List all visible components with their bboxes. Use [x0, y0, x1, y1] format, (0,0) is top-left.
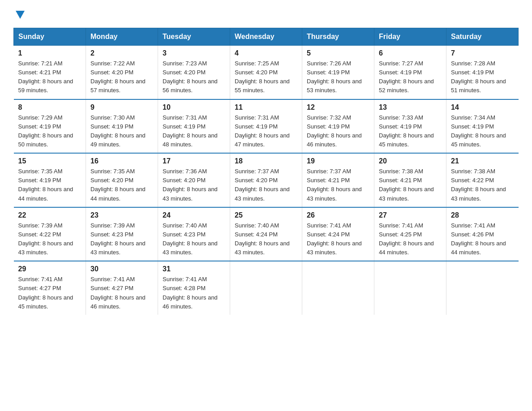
table-row: 28 Sunrise: 7:41 AMSunset: 4:26 PMDaylig… [446, 207, 519, 261]
day-info: Sunrise: 7:40 AMSunset: 4:23 PMDaylight:… [163, 222, 218, 256]
day-info: Sunrise: 7:27 AMSunset: 4:19 PMDaylight:… [379, 60, 434, 94]
day-info: Sunrise: 7:39 AMSunset: 4:23 PMDaylight:… [90, 222, 146, 256]
day-number: 30 [90, 265, 153, 273]
calendar-header: Sunday Monday Tuesday Wednesday Thursday… [14, 28, 519, 46]
day-number: 17 [163, 157, 225, 165]
table-row: 6 Sunrise: 7:27 AMSunset: 4:19 PMDayligh… [374, 46, 446, 99]
day-number: 3 [163, 49, 225, 57]
day-number: 16 [90, 157, 153, 165]
day-info: Sunrise: 7:41 AMSunset: 4:26 PMDaylight:… [451, 222, 506, 256]
table-row: 31 Sunrise: 7:41 AMSunset: 4:28 PMDaylig… [158, 261, 230, 315]
logo-blue-text [13, 11, 25, 20]
day-info: Sunrise: 7:41 AMSunset: 4:27 PMDaylight:… [90, 276, 146, 309]
day-info: Sunrise: 7:31 AMSunset: 4:19 PMDaylight:… [163, 114, 218, 148]
day-info: Sunrise: 7:33 AMSunset: 4:19 PMDaylight:… [379, 114, 434, 148]
table-row: 10 Sunrise: 7:31 AMSunset: 4:19 PMDaylig… [158, 99, 230, 154]
col-monday: Monday [86, 28, 158, 46]
header-row: Sunday Monday Tuesday Wednesday Thursday… [14, 28, 519, 46]
logo [13, 11, 25, 20]
day-info: Sunrise: 7:38 AMSunset: 4:21 PMDaylight:… [379, 168, 434, 201]
table-row: 12 Sunrise: 7:32 AMSunset: 4:19 PMDaylig… [302, 99, 374, 154]
day-info: Sunrise: 7:22 AMSunset: 4:20 PMDaylight:… [90, 60, 146, 94]
day-number: 19 [307, 157, 369, 165]
day-number: 26 [307, 211, 369, 219]
table-row: 8 Sunrise: 7:29 AMSunset: 4:19 PMDayligh… [14, 99, 86, 154]
day-number: 5 [307, 49, 369, 57]
day-number: 20 [379, 157, 442, 165]
table-row: 29 Sunrise: 7:41 AMSunset: 4:27 PMDaylig… [14, 261, 86, 315]
page-header [13, 11, 519, 20]
day-number: 8 [18, 103, 82, 111]
day-info: Sunrise: 7:34 AMSunset: 4:19 PMDaylight:… [451, 114, 506, 148]
day-number: 14 [451, 103, 514, 111]
calendar-week-row: 29 Sunrise: 7:41 AMSunset: 4:27 PMDaylig… [14, 261, 519, 315]
table-row [230, 261, 302, 315]
table-row: 2 Sunrise: 7:22 AMSunset: 4:20 PMDayligh… [86, 46, 158, 99]
table-row: 27 Sunrise: 7:41 AMSunset: 4:25 PMDaylig… [374, 207, 446, 261]
day-number: 23 [90, 211, 153, 219]
day-number: 2 [90, 49, 153, 57]
table-row: 18 Sunrise: 7:37 AMSunset: 4:20 PMDaylig… [230, 153, 302, 207]
calendar-week-row: 22 Sunrise: 7:39 AMSunset: 4:22 PMDaylig… [14, 207, 519, 261]
table-row: 19 Sunrise: 7:37 AMSunset: 4:21 PMDaylig… [302, 153, 374, 207]
day-number: 27 [379, 211, 442, 219]
day-info: Sunrise: 7:41 AMSunset: 4:25 PMDaylight:… [379, 222, 434, 256]
table-row: 26 Sunrise: 7:41 AMSunset: 4:24 PMDaylig… [302, 207, 374, 261]
table-row: 4 Sunrise: 7:25 AMSunset: 4:20 PMDayligh… [230, 46, 302, 99]
day-number: 4 [235, 49, 297, 57]
day-info: Sunrise: 7:32 AMSunset: 4:19 PMDaylight:… [307, 114, 362, 148]
day-number: 31 [163, 265, 225, 273]
day-number: 18 [235, 157, 297, 165]
day-number: 15 [18, 157, 82, 165]
table-row [302, 261, 374, 315]
day-info: Sunrise: 7:35 AMSunset: 4:20 PMDaylight:… [90, 168, 146, 201]
table-row: 17 Sunrise: 7:36 AMSunset: 4:20 PMDaylig… [158, 153, 230, 207]
calendar-week-row: 8 Sunrise: 7:29 AMSunset: 4:19 PMDayligh… [14, 99, 519, 154]
day-number: 22 [18, 211, 82, 219]
col-tuesday: Tuesday [158, 28, 230, 46]
day-info: Sunrise: 7:36 AMSunset: 4:20 PMDaylight:… [163, 168, 218, 201]
day-info: Sunrise: 7:28 AMSunset: 4:19 PMDaylight:… [451, 60, 506, 94]
col-saturday: Saturday [446, 28, 519, 46]
day-info: Sunrise: 7:40 AMSunset: 4:24 PMDaylight:… [235, 222, 290, 256]
day-info: Sunrise: 7:38 AMSunset: 4:22 PMDaylight:… [451, 168, 506, 201]
calendar-table: Sunday Monday Tuesday Wednesday Thursday… [13, 28, 519, 315]
table-row: 1 Sunrise: 7:21 AMSunset: 4:21 PMDayligh… [14, 46, 86, 99]
day-number: 6 [379, 49, 442, 57]
day-info: Sunrise: 7:31 AMSunset: 4:19 PMDaylight:… [235, 114, 290, 148]
day-number: 21 [451, 157, 514, 165]
day-info: Sunrise: 7:39 AMSunset: 4:22 PMDaylight:… [18, 222, 73, 256]
day-info: Sunrise: 7:41 AMSunset: 4:24 PMDaylight:… [307, 222, 362, 256]
day-info: Sunrise: 7:21 AMSunset: 4:21 PMDaylight:… [18, 60, 73, 94]
table-row: 21 Sunrise: 7:38 AMSunset: 4:22 PMDaylig… [446, 153, 519, 207]
col-friday: Friday [374, 28, 446, 46]
day-info: Sunrise: 7:30 AMSunset: 4:19 PMDaylight:… [90, 114, 146, 148]
table-row: 3 Sunrise: 7:23 AMSunset: 4:20 PMDayligh… [158, 46, 230, 99]
day-number: 11 [235, 103, 297, 111]
table-row: 20 Sunrise: 7:38 AMSunset: 4:21 PMDaylig… [374, 153, 446, 207]
table-row: 15 Sunrise: 7:35 AMSunset: 4:19 PMDaylig… [14, 153, 86, 207]
table-row [446, 261, 519, 315]
table-row: 13 Sunrise: 7:33 AMSunset: 4:19 PMDaylig… [374, 99, 446, 154]
table-row: 11 Sunrise: 7:31 AMSunset: 4:19 PMDaylig… [230, 99, 302, 154]
day-info: Sunrise: 7:26 AMSunset: 4:19 PMDaylight:… [307, 60, 362, 94]
day-number: 12 [307, 103, 369, 111]
table-row: 24 Sunrise: 7:40 AMSunset: 4:23 PMDaylig… [158, 207, 230, 261]
table-row: 5 Sunrise: 7:26 AMSunset: 4:19 PMDayligh… [302, 46, 374, 99]
day-info: Sunrise: 7:35 AMSunset: 4:19 PMDaylight:… [18, 168, 73, 201]
table-row: 25 Sunrise: 7:40 AMSunset: 4:24 PMDaylig… [230, 207, 302, 261]
col-wednesday: Wednesday [230, 28, 302, 46]
day-info: Sunrise: 7:37 AMSunset: 4:21 PMDaylight:… [307, 168, 362, 201]
table-row [374, 261, 446, 315]
day-info: Sunrise: 7:37 AMSunset: 4:20 PMDaylight:… [235, 168, 290, 201]
calendar-week-row: 15 Sunrise: 7:35 AMSunset: 4:19 PMDaylig… [14, 153, 519, 207]
day-number: 9 [90, 103, 153, 111]
day-number: 13 [379, 103, 442, 111]
day-info: Sunrise: 7:29 AMSunset: 4:19 PMDaylight:… [18, 114, 73, 148]
day-info: Sunrise: 7:41 AMSunset: 4:27 PMDaylight:… [18, 276, 73, 309]
day-info: Sunrise: 7:41 AMSunset: 4:28 PMDaylight:… [163, 276, 218, 309]
day-info: Sunrise: 7:25 AMSunset: 4:20 PMDaylight:… [235, 60, 290, 94]
day-number: 1 [18, 49, 82, 57]
table-row: 14 Sunrise: 7:34 AMSunset: 4:19 PMDaylig… [446, 99, 519, 154]
calendar-body: 1 Sunrise: 7:21 AMSunset: 4:21 PMDayligh… [14, 46, 519, 315]
